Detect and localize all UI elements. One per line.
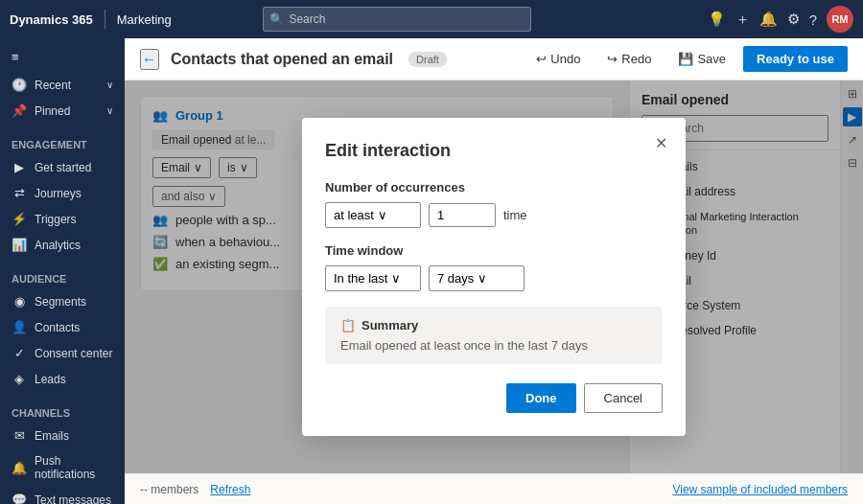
ready-button[interactable]: Ready to use	[743, 46, 848, 72]
main-content: ← Contacts that opened an email Draft ↩ …	[125, 38, 863, 504]
sidebar: ≡ 🕐 Recent ∨ 📌 Pinned ∨ Engagement ▶ Get…	[0, 38, 125, 504]
sidebar-item-consent[interactable]: ✓ Consent center	[0, 340, 125, 366]
occurrences-row: at least ∨ ▲ ▼ time	[325, 202, 663, 228]
sidebar-item-push[interactable]: 🔔 Push notifications	[0, 448, 125, 487]
journeys-icon: ⇄	[12, 186, 27, 200]
text-icon: 💬	[12, 493, 27, 504]
modal-close-button[interactable]: ✕	[647, 129, 674, 156]
draft-badge: Draft	[408, 52, 447, 67]
refresh-link[interactable]: Refresh	[210, 483, 250, 496]
sidebar-item-contacts[interactable]: 👤 Contacts	[0, 314, 125, 340]
chevron-down-icon: ∨	[106, 80, 113, 90]
sidebar-label-text: Text messages	[35, 493, 111, 505]
bell-icon[interactable]: 🔔	[759, 11, 778, 28]
save-icon: 💾	[678, 52, 693, 66]
page-title: Contacts that opened an email	[171, 51, 393, 68]
sidebar-item-emails[interactable]: ✉ Emails	[0, 423, 125, 448]
sidebar-label-emails: Emails	[35, 429, 69, 443]
bottom-bar: -- members Refresh View sample of includ…	[125, 473, 863, 504]
select-arrow: ∨	[378, 208, 387, 222]
sidebar-item-journeys[interactable]: ⇄ Journeys	[0, 180, 125, 206]
sidebar-label-analytics: Analytics	[35, 239, 81, 252]
leads-icon: ◈	[12, 372, 27, 386]
undo-icon: ↩	[536, 52, 547, 66]
modal-footer: Done Cancel	[325, 383, 663, 413]
back-button[interactable]: ←	[140, 49, 159, 70]
sidebar-item-leads[interactable]: ◈ Leads	[0, 366, 125, 392]
days-arrow: ∨	[478, 271, 487, 286]
sidebar-toggle[interactable]: ≡	[0, 46, 125, 68]
redo-icon: ↪	[607, 52, 618, 66]
undo-button[interactable]: ↩ Undo	[526, 48, 590, 70]
sidebar-item-text[interactable]: 💬 Text messages	[0, 487, 125, 504]
push-icon: 🔔	[12, 461, 27, 475]
select-arrow-2: ∨	[391, 271, 401, 286]
help-icon[interactable]: ?	[809, 11, 817, 28]
avatar[interactable]: RM	[827, 6, 853, 33]
at-least-select[interactable]: at least ∨	[325, 202, 421, 228]
recent-icon: 🕐	[12, 78, 27, 92]
save-button[interactable]: 💾 Save	[668, 48, 735, 70]
gear-icon[interactable]: ⚙	[787, 11, 800, 28]
app-brand: Dynamics 365	[10, 12, 93, 27]
in-the-last-select[interactable]: In the last ∨	[325, 265, 421, 291]
global-search: 🔍	[263, 7, 531, 32]
sidebar-label-pinned: Pinned	[35, 104, 70, 118]
time-window-row: In the last ∨ 7 days ∨	[325, 265, 663, 291]
plus-icon[interactable]: ＋	[735, 11, 750, 29]
sidebar-item-get-started[interactable]: ▶ Get started	[0, 154, 125, 180]
search-icon: 🔍	[269, 12, 284, 26]
days-select[interactable]: 7 days ∨	[429, 265, 525, 291]
time-window-label: Time window	[325, 243, 663, 258]
sidebar-label-get-started: Get started	[35, 161, 91, 174]
chevron-down-icon-2: ∨	[106, 105, 113, 116]
consent-icon: ✓	[12, 346, 27, 360]
get-started-icon: ▶	[12, 160, 27, 174]
app-module: Marketing	[117, 12, 172, 27]
sidebar-label-recent: Recent	[35, 79, 71, 92]
sidebar-item-recent[interactable]: 🕐 Recent ∨	[0, 72, 125, 98]
sidebar-item-pinned[interactable]: 📌 Pinned ∨	[0, 98, 125, 124]
pin-icon: 📌	[12, 103, 27, 118]
members-count: -- members	[140, 483, 198, 496]
occurrences-label: Number of occurrences	[325, 180, 663, 195]
view-sample-link[interactable]: View sample of included members	[672, 483, 848, 496]
summary-text: Email opened at least once in the last 7…	[340, 338, 647, 353]
emails-icon: ✉	[12, 428, 27, 443]
time-unit-label: time	[503, 208, 527, 222]
sidebar-label-leads: Leads	[35, 373, 66, 386]
modal-overlay: Edit interaction ✕ Number of occurrences…	[125, 80, 863, 473]
cancel-button[interactable]: Cancel	[584, 383, 663, 413]
search-input[interactable]	[263, 7, 531, 32]
summary-title: 📋 Summary	[340, 318, 647, 332]
section-title-audience: Audience	[0, 265, 125, 288]
contacts-icon: 👤	[12, 320, 27, 334]
hamburger-icon: ≡	[12, 50, 19, 64]
app-layout: ≡ 🕐 Recent ∨ 📌 Pinned ∨ Engagement ▶ Get…	[0, 38, 863, 504]
sidebar-label-push: Push notifications	[35, 454, 113, 481]
sidebar-label-contacts: Contacts	[35, 321, 80, 334]
modal-summary: 📋 Summary Email opened at least once in …	[325, 307, 663, 364]
summary-icon: 📋	[340, 318, 356, 332]
segments-icon: ◉	[12, 294, 27, 309]
sidebar-item-analytics[interactable]: 📊 Analytics	[0, 232, 125, 258]
count-input[interactable]	[430, 204, 496, 226]
section-title-channels: Channels	[0, 400, 125, 423]
redo-button[interactable]: ↪ Redo	[597, 48, 661, 70]
sidebar-label-segments: Segments	[35, 295, 86, 309]
content-area: 👥 Group 1 Email opened at le... Email ∨	[125, 80, 863, 473]
sidebar-label-journeys: Journeys	[35, 187, 82, 200]
section-title-engagement: Engagement	[0, 131, 125, 154]
modal-title: Edit interaction	[325, 141, 663, 161]
done-button[interactable]: Done	[506, 383, 576, 413]
edit-interaction-modal: Edit interaction ✕ Number of occurrences…	[302, 118, 686, 436]
top-navigation: Dynamics 365 Marketing 🔍 💡 ＋ 🔔 ⚙ ? RM	[0, 0, 863, 38]
command-bar: ← Contacts that opened an email Draft ↩ …	[125, 38, 863, 80]
nav-divider	[105, 10, 105, 29]
analytics-icon: 📊	[12, 238, 27, 252]
sidebar-label-triggers: Triggers	[35, 213, 77, 226]
sidebar-item-segments[interactable]: ◉ Segments	[0, 288, 125, 314]
sidebar-item-triggers[interactable]: ⚡ Triggers	[0, 206, 125, 232]
lightbulb-icon[interactable]: 💡	[708, 11, 726, 28]
sidebar-label-consent: Consent center	[35, 347, 112, 360]
